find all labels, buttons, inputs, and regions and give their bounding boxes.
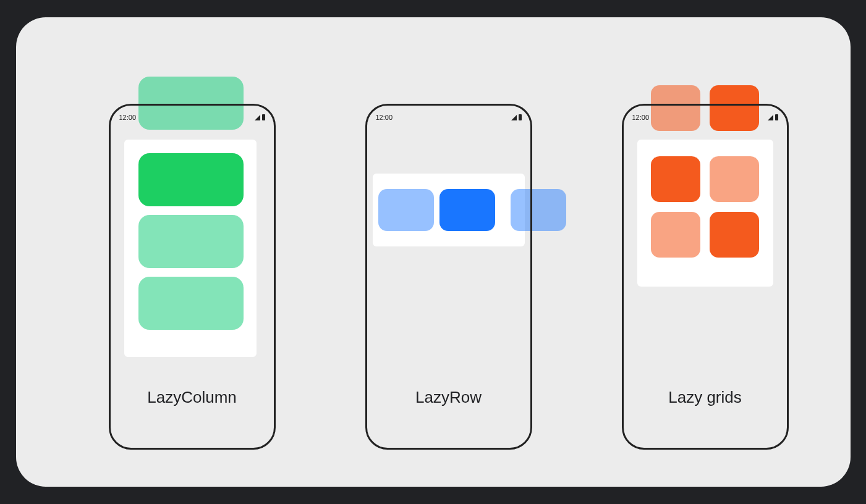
status-icons [768, 114, 778, 120]
status-time: 12:00 [376, 114, 393, 121]
caption-lazyrow: LazyRow [365, 388, 532, 407]
status-time: 12:00 [119, 114, 137, 121]
battery-icon [519, 114, 522, 120]
signal-icon [768, 115, 773, 120]
caption-lazycolumn: LazyColumn [109, 388, 276, 407]
signal-icon [511, 115, 517, 120]
battery-icon [262, 114, 265, 120]
caption-lazygrids: Lazy grids [622, 388, 789, 407]
status-bar: 12:00 [632, 112, 778, 123]
diagram-canvas: 12:00 LazyColumn 12:00 LazyRow 12:00 [16, 17, 851, 487]
status-icons [511, 114, 522, 120]
status-time: 12:00 [632, 114, 650, 121]
status-bar: 12:00 [376, 112, 522, 123]
status-icons [255, 114, 265, 120]
battery-icon [775, 114, 778, 120]
status-bar: 12:00 [119, 112, 265, 123]
signal-icon [255, 115, 260, 120]
